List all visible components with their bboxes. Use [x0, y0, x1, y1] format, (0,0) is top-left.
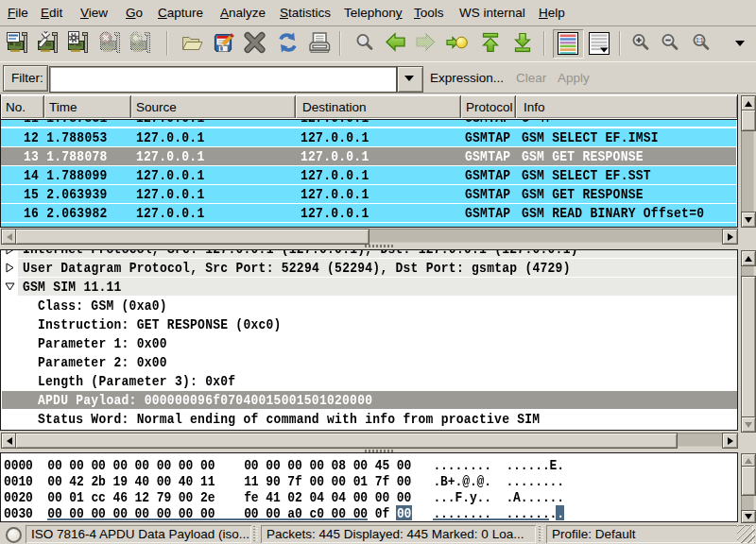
svg-text:1:1: 1:1	[696, 37, 704, 43]
